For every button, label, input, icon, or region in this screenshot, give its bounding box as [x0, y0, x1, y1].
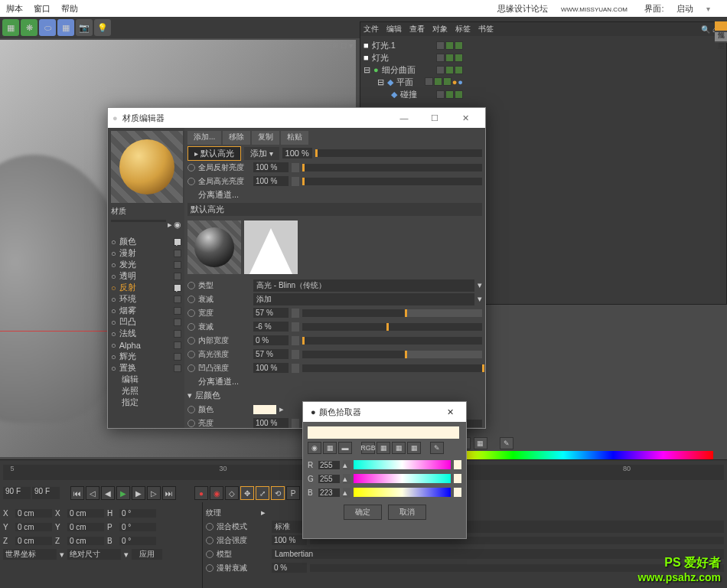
obj-tab-object[interactable]: 对象 [432, 24, 448, 34]
viewport-controls[interactable]: ✥ ⊕ ⊡ ▾ [324, 41, 353, 50]
record-button[interactable]: ● [194, 486, 208, 500]
channel-reflectance[interactable]: ○反射✓ [111, 282, 181, 293]
mode-icon[interactable]: ▦ [377, 442, 390, 454]
coord-mode[interactable]: 世界坐标 [3, 549, 57, 560]
menu-script[interactable]: 脚本 [6, 3, 23, 15]
tree-item-collision: ◆ 碰撞 [364, 88, 723, 100]
object-tabs: 文件 编辑 查看 对象 标签 书签 🔍 ⌂ ▾ [360, 22, 726, 36]
channel-transparency[interactable]: ○透明 [111, 270, 181, 282]
spline-icon[interactable]: ⬭ [39, 19, 56, 36]
obj-tab-edit[interactable]: 编辑 [386, 24, 402, 34]
side-tab-1[interactable]: 属性 [715, 21, 727, 31]
obj-tab-file[interactable]: 文件 [364, 24, 379, 34]
expand-icon[interactable]: ⊟ [364, 65, 370, 75]
maximize-button[interactable]: ☐ [419, 113, 450, 123]
menu-help[interactable]: 帮助 [61, 3, 78, 15]
ok-button[interactable]: 确定 [344, 505, 382, 520]
color-swatch[interactable] [253, 405, 276, 414]
primitive-icon[interactable]: ❋ [21, 19, 37, 36]
tab-paste[interactable]: 粘贴 [281, 131, 308, 145]
prev-frame-button[interactable]: ◀ [101, 486, 115, 500]
next-frame-button[interactable]: ▶ [132, 486, 145, 500]
layer-thumb-curve[interactable] [244, 220, 298, 274]
key-pos-button[interactable]: ✥ [240, 486, 254, 500]
goto-start-button[interactable]: ⏮ [70, 486, 84, 500]
wheel-icon[interactable]: ◉ [308, 442, 321, 454]
blue-value[interactable]: 223 [318, 488, 340, 497]
key-button[interactable]: ◇ [225, 486, 239, 500]
mode-icon[interactable]: ▦ [392, 442, 406, 454]
material-preview[interactable] [111, 131, 183, 203]
eyedropper-icon[interactable]: ✎ [430, 442, 444, 454]
app-icon: ● [112, 113, 118, 122]
close-button[interactable]: ✕ [450, 113, 481, 123]
prev-key-button[interactable]: ◁ [86, 486, 99, 500]
material-name[interactable]: 材质 [111, 206, 181, 217]
channel-bump[interactable]: ○凹凸 [111, 316, 181, 328]
obj-tab-bookmark[interactable]: 书签 [478, 24, 494, 34]
expand-icon[interactable]: ⊟ [377, 77, 384, 87]
subtab-default-spec[interactable]: ▸ 默认高光 [187, 146, 241, 161]
red-value[interactable]: 255 [318, 461, 340, 469]
target-icon[interactable]: ◉ [174, 220, 181, 230]
tab-add[interactable]: 添加... [187, 131, 221, 145]
color-picker-title: 颜色拾取器 [319, 407, 361, 418]
channel-displacement[interactable]: ○置换 [111, 362, 181, 374]
key-param-button[interactable]: P [286, 486, 300, 500]
prop-sep-channel[interactable]: 分离通道... [187, 188, 482, 201]
prop-type: 类型 高光 - Blinn（传统）▾ [187, 279, 482, 292]
channel-color[interactable]: ○颜色✓ [111, 236, 181, 247]
channel-luminance[interactable]: ○发光 [111, 259, 181, 270]
cancel-button[interactable]: 取消 [388, 505, 426, 520]
green-value[interactable]: 255 [318, 475, 340, 483]
obj-tab-tags[interactable]: 标签 [455, 24, 471, 34]
mode-icon[interactable]: ▦ [407, 442, 421, 454]
menu-window[interactable]: 窗口 [34, 3, 51, 15]
goto-end-button[interactable]: ⏭ [162, 486, 176, 500]
section-layer-color[interactable]: ▾层颜色 [187, 389, 482, 402]
minimize-button[interactable]: ― [389, 113, 419, 123]
section-default-spec[interactable]: 默认高光 [187, 203, 482, 216]
layer-thumb-sphere[interactable] [187, 220, 241, 274]
autokey-button[interactable]: ◉ [210, 486, 223, 500]
layer-pct[interactable]: 100 % [282, 148, 312, 158]
object-tree[interactable]: ■ 灯光.1 ■ 灯光 ⊟ ● 细分曲面 ⊟ ◆ 平面 ●● ◆ 碰撞 [360, 36, 726, 103]
channel-alpha[interactable]: ○Alpha [111, 339, 181, 351]
arrow-icon[interactable]: ▸ [168, 220, 172, 230]
key-rot-button[interactable]: ⟲ [271, 486, 285, 500]
channel-environment[interactable]: ○环境 [111, 293, 181, 305]
cube-icon[interactable]: ▦ [2, 19, 19, 36]
key-scale-button[interactable]: ⤢ [256, 486, 269, 500]
obj-tab-view[interactable]: 查看 [409, 24, 425, 34]
channel-diffuse[interactable]: ○漫射 [111, 247, 181, 259]
frame-current[interactable]: 90 F [32, 487, 60, 499]
play-button[interactable]: ▶ [116, 486, 130, 500]
close-button[interactable]: ✕ [438, 407, 461, 417]
tab-copy[interactable]: 复制 [252, 131, 279, 145]
frame-start[interactable]: 90 F [3, 487, 31, 499]
channel-fog[interactable]: ○烟雾 [111, 305, 181, 316]
channel-glow[interactable]: ○辉光 [111, 351, 181, 362]
scale-mode[interactable]: 绝对尺寸 [67, 549, 121, 560]
rgb-mode[interactable]: RGB [361, 442, 375, 454]
channel-illum[interactable]: 光照 [111, 385, 181, 397]
side-tab-2[interactable]: 层 [715, 32, 727, 41]
next-key-button[interactable]: ▷ [147, 486, 161, 500]
light-icon[interactable]: 💡 [94, 19, 111, 36]
tab-remove[interactable]: 移除 [223, 131, 250, 145]
channel-normal[interactable]: ○法线 [111, 328, 181, 339]
camera-icon[interactable]: 📷 [76, 19, 93, 36]
subtab-add[interactable]: 添加 ▾ [244, 147, 279, 160]
square-icon[interactable]: ▦ [323, 442, 337, 454]
color-swatch-large[interactable] [308, 426, 459, 439]
prop-sep2[interactable]: 分离通道... [187, 375, 482, 388]
channel-assign[interactable]: 指定 [111, 397, 181, 408]
apply-button[interactable]: 应用 [132, 549, 162, 560]
grid-icon[interactable]: ▦ [57, 19, 74, 36]
window-titlebar[interactable]: ● 材质编辑器 ― ☐ ✕ [108, 108, 485, 128]
material-properties: 添加... 移除 复制 粘贴 ▸ 默认高光 添加 ▾ 100 % 全局反射亮度 … [184, 128, 485, 428]
spectrum-icon[interactable]: ▬ [338, 442, 352, 454]
channel-edit[interactable]: 编辑 [111, 374, 181, 385]
color-picker-titlebar[interactable]: ● 颜色拾取器 ✕ [303, 402, 466, 422]
plane-icon: ◆ [387, 77, 393, 87]
